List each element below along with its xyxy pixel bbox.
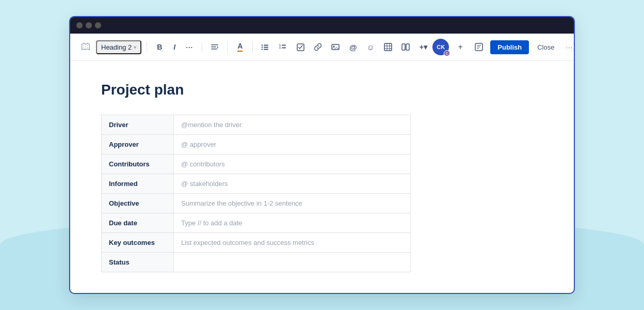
avatar-initials: CK — [437, 44, 445, 50]
mention-button[interactable]: @ — [346, 40, 360, 54]
chevron-down-icon: ▾ — [134, 44, 136, 50]
toolbar-left: Heading 2 ▾ B I ··· A — [78, 40, 430, 54]
editor-window: Heading 2 ▾ B I ··· A — [69, 16, 575, 294]
table-row: Driver@mention the driver — [102, 115, 411, 135]
traffic-light-yellow — [86, 22, 92, 28]
table-button[interactable] — [381, 40, 395, 54]
link-button[interactable] — [311, 40, 325, 54]
row-value[interactable] — [174, 253, 411, 272]
number-list-button[interactable]: 1. 2. — [276, 40, 290, 54]
svg-rect-1 — [211, 47, 216, 48]
row-label: Key outcomes — [102, 233, 174, 253]
task-button[interactable] — [293, 40, 308, 54]
table-row: Contributors@ contributors — [102, 154, 411, 174]
project-info-table: Driver@mention the driverApprover@ appro… — [101, 115, 411, 272]
close-button[interactable]: Close — [533, 40, 558, 54]
svg-rect-0 — [211, 44, 218, 45]
row-value[interactable]: @ contributors — [174, 154, 411, 174]
avatar: CK C — [432, 39, 449, 55]
heading-selector[interactable]: Heading 2 ▾ — [96, 40, 141, 54]
svg-rect-13 — [282, 48, 286, 49]
draft-icon-button[interactable] — [472, 40, 486, 54]
svg-rect-23 — [406, 44, 409, 50]
italic-button[interactable]: I — [167, 40, 182, 54]
text-format-group: B I ··· — [152, 40, 197, 54]
publish-button[interactable]: Publish — [490, 40, 529, 54]
toolbar-divider-4 — [252, 42, 253, 52]
svg-rect-9 — [264, 49, 268, 50]
add-collaborator-button[interactable]: + — [453, 40, 468, 54]
traffic-light-red — [76, 22, 83, 28]
toolbar-divider-3 — [227, 42, 228, 52]
table-row: Informed@ stakeholders — [102, 174, 411, 194]
svg-point-8 — [262, 49, 263, 50]
traffic-light-green — [95, 22, 101, 28]
row-label: Due date — [102, 213, 174, 233]
table-row: Key outcomesList expected outcomes and s… — [102, 233, 411, 253]
columns-button[interactable] — [398, 40, 413, 54]
toolbar-divider-1 — [147, 42, 147, 52]
bullet-list-button[interactable] — [258, 40, 272, 54]
heading-label: Heading 2 — [101, 43, 132, 51]
row-value[interactable]: List expected outcomes and success metri… — [174, 233, 411, 253]
svg-marker-3 — [217, 46, 218, 49]
avatar-badge: C — [444, 50, 450, 56]
table-row: ObjectiveSummarize the objective in 1-2 … — [102, 194, 411, 213]
row-label: Driver — [102, 115, 174, 135]
more-options-button[interactable]: ··· — [562, 41, 575, 53]
toolbar-divider-2 — [202, 42, 202, 52]
row-label: Informed — [102, 174, 174, 194]
row-label: Status — [102, 253, 174, 272]
align-button[interactable] — [207, 40, 222, 54]
row-label: Objective — [102, 194, 174, 213]
svg-rect-7 — [264, 47, 268, 48]
insert-more-button[interactable]: +▾ — [416, 40, 430, 54]
toolbar-right: CK C + Publish Close ··· — [432, 39, 575, 55]
svg-point-16 — [333, 45, 335, 47]
row-value[interactable]: @mention the driver — [174, 115, 411, 135]
app-logo — [78, 40, 93, 54]
svg-rect-2 — [211, 49, 217, 50]
svg-point-4 — [262, 44, 263, 45]
table-row: Due dateType // to add a date — [102, 213, 411, 233]
table-row: Approver@ approver — [102, 135, 411, 154]
svg-rect-11 — [282, 45, 286, 46]
table-row: Status — [102, 253, 411, 272]
row-value[interactable]: Type // to add a date — [174, 213, 411, 233]
title-bar — [70, 17, 574, 34]
emoji-button[interactable]: ☺ — [363, 40, 378, 54]
svg-point-6 — [262, 47, 263, 48]
editor-content: Project plan Driver@mention the driverAp… — [70, 61, 574, 293]
page-title: Project plan — [101, 82, 543, 98]
row-value[interactable]: @ stakeholders — [174, 174, 411, 194]
font-color-button[interactable]: A — [233, 40, 247, 54]
svg-rect-5 — [264, 45, 268, 46]
media-button[interactable] — [328, 40, 343, 54]
svg-text:2.: 2. — [279, 46, 282, 49]
row-value[interactable]: Summarize the objective in 1-2 sentence — [174, 194, 411, 213]
more-text-button[interactable]: ··· — [182, 40, 197, 54]
row-label: Contributors — [102, 154, 174, 174]
svg-rect-17 — [384, 43, 392, 51]
bold-button[interactable]: B — [152, 40, 167, 54]
toolbar: Heading 2 ▾ B I ··· A — [70, 34, 574, 61]
row-value[interactable]: @ approver — [174, 135, 411, 154]
row-label: Approver — [102, 135, 174, 154]
svg-rect-22 — [402, 44, 405, 50]
